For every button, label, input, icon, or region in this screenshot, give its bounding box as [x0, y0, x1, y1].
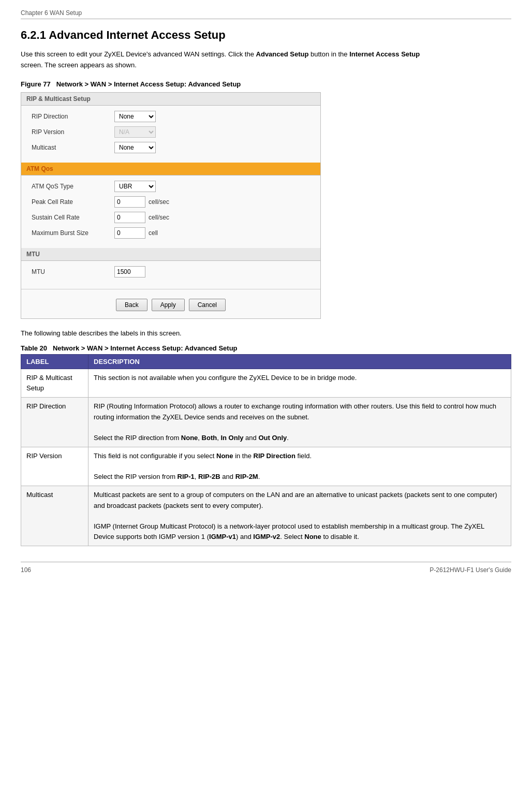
atm-qos-type-row: ATM QoS Type UBR CBR VBR: [32, 181, 310, 192]
mtu-form: MTU: [21, 261, 320, 287]
peak-cell-rate-label: Peak Cell Rate: [32, 198, 114, 206]
back-button[interactable]: Back: [116, 299, 147, 311]
mtu-control: [114, 266, 145, 277]
multicast-label: Multicast: [32, 144, 114, 151]
rip-multicast-form: RIP Direction None Both In Only Out Only…: [21, 106, 320, 163]
mtu-row: MTU: [32, 266, 310, 277]
sustain-cell-rate-row: Sustain Cell Rate cell/sec: [32, 212, 310, 223]
chapter-label: Chapter 6 WAN Setup: [21, 9, 82, 17]
cancel-button[interactable]: Cancel: [189, 299, 226, 311]
screen-box: RIP & Multicast Setup RIP Direction None…: [21, 92, 321, 319]
button-row: Back Apply Cancel: [21, 294, 320, 318]
col-desc-header: DESCRIPTION: [88, 355, 511, 369]
max-burst-size-label: Maximum Burst Size: [32, 229, 114, 237]
peak-cell-rate-input[interactable]: [114, 196, 145, 208]
multicast-control: None IGMP-v1 IGMP-v2: [114, 142, 156, 153]
rip-version-select[interactable]: N/A RIP-1 RIP-2B RIP-2M: [114, 126, 156, 138]
table-intro-text: The following table describes the labels…: [21, 328, 511, 339]
table-row: RIP Direction RIP (Routing Information P…: [21, 398, 511, 447]
row-label: RIP & Multicast Setup: [21, 369, 88, 398]
intro-text: Use this screen to edit your ZyXEL Devic…: [21, 49, 424, 71]
rip-multicast-section-header: RIP & Multicast Setup: [21, 93, 320, 106]
row-description: RIP (Routing Information Protocol) allow…: [88, 398, 511, 447]
peak-cell-rate-unit: cell/sec: [149, 198, 169, 206]
sustain-cell-rate-control: cell/sec: [114, 212, 169, 223]
max-burst-size-unit: cell: [149, 229, 158, 237]
sustain-cell-rate-label: Sustain Cell Rate: [32, 214, 114, 221]
product-name: P-2612HWU-F1 User's Guide: [430, 566, 511, 574]
rip-version-label: RIP Version: [32, 128, 114, 136]
mtu-input[interactable]: [114, 266, 145, 277]
rip-direction-select[interactable]: None Both In Only Out Only: [114, 111, 156, 122]
col-label-header: LABEL: [21, 355, 88, 369]
peak-cell-rate-row: Peak Cell Rate cell/sec: [32, 196, 310, 208]
atm-qos-section-header: ATM Qos: [21, 163, 320, 176]
row-label: RIP Version: [21, 447, 88, 486]
apply-button[interactable]: Apply: [152, 299, 185, 311]
table-row: RIP & Multicast Setup This section is no…: [21, 369, 511, 398]
sustain-cell-rate-unit: cell/sec: [149, 214, 169, 221]
multicast-select[interactable]: None IGMP-v1 IGMP-v2: [114, 142, 156, 153]
atm-qos-form: ATM QoS Type UBR CBR VBR Peak Cell Rate …: [21, 176, 320, 248]
table-row: Multicast Multicast packets are sent to …: [21, 486, 511, 546]
sustain-cell-rate-input[interactable]: [114, 212, 145, 223]
row-description: This field is not configurable if you se…: [88, 447, 511, 486]
row-label: Multicast: [21, 486, 88, 546]
rip-direction-row: RIP Direction None Both In Only Out Only: [32, 111, 310, 122]
row-label: RIP Direction: [21, 398, 88, 447]
rip-direction-control: None Both In Only Out Only: [114, 111, 156, 122]
figure-caption: Figure 77 Network > WAN > Internet Acces…: [21, 80, 511, 88]
rip-version-control: N/A RIP-1 RIP-2B RIP-2M: [114, 126, 156, 138]
max-burst-size-row: Maximum Burst Size cell: [32, 227, 310, 239]
row-description: This section is not available when you c…: [88, 369, 511, 398]
table-row: RIP Version This field is not configurab…: [21, 447, 511, 486]
mtu-section-header: MTU: [21, 248, 320, 261]
table-caption: Table 20 Network > WAN > Internet Access…: [21, 344, 511, 352]
mtu-label: MTU: [32, 268, 114, 275]
description-table: LABEL DESCRIPTION RIP & Multicast Setup …: [21, 354, 511, 546]
rip-direction-label: RIP Direction: [32, 113, 114, 120]
peak-cell-rate-control: cell/sec: [114, 196, 169, 208]
multicast-row: Multicast None IGMP-v1 IGMP-v2: [32, 142, 310, 153]
row-description: Multicast packets are sent to a group of…: [88, 486, 511, 546]
chapter-header: Chapter 6 WAN Setup: [21, 9, 511, 19]
rip-version-row: RIP Version N/A RIP-1 RIP-2B RIP-2M: [32, 126, 310, 138]
max-burst-size-input[interactable]: [114, 227, 145, 239]
page-footer: 106 P-2612HWU-F1 User's Guide: [21, 562, 511, 574]
section-title: 6.2.1 Advanced Internet Access Setup: [21, 28, 511, 42]
max-burst-size-control: cell: [114, 227, 158, 239]
atm-qos-type-control: UBR CBR VBR: [114, 181, 156, 192]
atm-qos-type-label: ATM QoS Type: [32, 183, 114, 190]
page-number: 106: [21, 566, 31, 574]
atm-qos-type-select[interactable]: UBR CBR VBR: [114, 181, 156, 192]
